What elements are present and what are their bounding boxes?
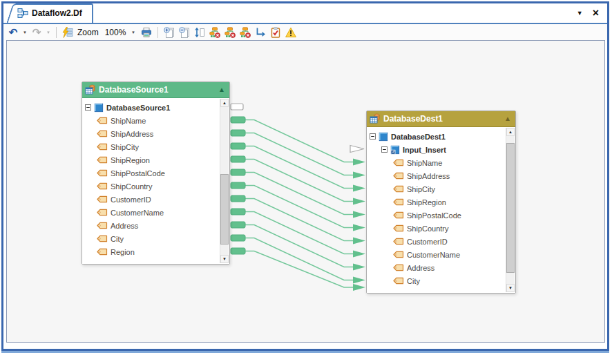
collapse-up-icon[interactable]: ▲ xyxy=(504,115,511,122)
scroll-down-icon[interactable]: ▼ xyxy=(220,255,229,263)
row-label: ShipPostalCode xyxy=(111,169,165,178)
dest-field-row[interactable]: ShipName xyxy=(367,156,515,169)
tab-list-dropdown-icon[interactable]: ▼ xyxy=(577,10,583,17)
row-label: ShipRegion xyxy=(111,156,150,164)
database-table-icon xyxy=(370,113,381,124)
field-tag-icon xyxy=(97,248,108,256)
node-header[interactable]: DatabaseSource1 ▲ xyxy=(82,82,229,98)
layout-tree-button-1[interactable] xyxy=(208,26,222,39)
dest-field-row[interactable]: CustomerID xyxy=(367,235,515,248)
zoom-value: 100% xyxy=(105,28,126,37)
field-tag-icon xyxy=(97,222,108,229)
dest-field-row[interactable]: ShipPostalCode xyxy=(367,209,515,222)
row-label: City xyxy=(407,277,420,285)
dest-field-row[interactable]: CustomerName xyxy=(367,248,515,261)
expander-minus-icon[interactable] xyxy=(85,104,91,111)
row-label: ShipCity xyxy=(111,143,139,151)
field-tag-icon xyxy=(393,224,404,232)
auto-layout-button[interactable] xyxy=(61,26,75,39)
row-label: ShipName xyxy=(111,117,146,125)
elbow-connector-button[interactable] xyxy=(254,26,267,39)
scroll-down-icon[interactable]: ▼ xyxy=(506,284,515,292)
field-tag-icon xyxy=(97,169,108,177)
source-field-row[interactable]: City xyxy=(82,232,229,245)
zoom-select[interactable]: 100%▼ xyxy=(103,27,139,38)
source-field-row[interactable]: Region xyxy=(82,245,229,258)
layout-tree-button-3[interactable] xyxy=(238,26,252,39)
source-field-row[interactable]: ShipCity xyxy=(82,140,229,153)
source-field-row[interactable]: ShipPostalCode xyxy=(82,166,229,180)
dest-field-row[interactable]: ShipAddress xyxy=(367,169,515,182)
dest-field-row[interactable]: ShipCity xyxy=(367,182,515,195)
collapse-up-icon[interactable]: ▲ xyxy=(218,86,225,93)
dropdown-caret-icon: ▼ xyxy=(46,30,52,35)
dest-field-row[interactable]: City xyxy=(367,274,515,287)
field-tag-icon xyxy=(393,251,404,258)
tab-dataflow2[interactable]: Dataflow2.Df xyxy=(12,3,93,23)
dest-field-row[interactable]: ShipRegion xyxy=(367,195,515,209)
tab-title: Dataflow2.Df xyxy=(32,8,82,18)
dest-field-row[interactable]: ShipCountry xyxy=(367,222,515,235)
toolbar-separator xyxy=(157,27,158,38)
node-title: DatabaseSource1 xyxy=(99,85,216,95)
dataflow-document-icon xyxy=(17,8,28,19)
tab-strip: Dataflow2.Df ▼ × xyxy=(3,3,607,24)
row-label: ShipCity xyxy=(407,185,435,193)
source-field-row[interactable]: CustomerID xyxy=(82,193,229,206)
source-root-row[interactable]: DatabaseSource1 xyxy=(82,101,229,114)
row-label: ShipAddress xyxy=(111,130,153,138)
redo-button-dropdown[interactable]: ▼ xyxy=(45,26,52,39)
undo-button-dropdown[interactable]: ▼ xyxy=(21,26,28,39)
layout-tree-button-2[interactable] xyxy=(223,26,237,39)
source-field-row[interactable]: ShipRegion xyxy=(82,153,229,166)
node-header[interactable]: DatabaseDest1 ▲ xyxy=(367,111,515,127)
fit-height-button[interactable] xyxy=(193,26,207,39)
row-label: CustomerName xyxy=(111,209,164,217)
source-field-row[interactable]: ShipAddress xyxy=(82,127,229,140)
row-label: Region xyxy=(111,248,135,256)
source-field-row[interactable]: Address xyxy=(82,219,229,232)
row-label: ShipCountry xyxy=(111,182,153,191)
scrollbar-thumb[interactable] xyxy=(506,143,515,273)
print-button[interactable] xyxy=(140,26,153,39)
dest-root-row[interactable]: DatabaseDest1 xyxy=(367,130,515,143)
validate-button[interactable] xyxy=(269,26,283,39)
field-tag-icon xyxy=(393,264,404,271)
zoom-in-button[interactable] xyxy=(162,26,176,39)
redo-button[interactable]: ↷ xyxy=(30,26,44,39)
field-tag-icon xyxy=(97,130,108,137)
zoom-out-button[interactable] xyxy=(178,26,191,39)
redo-button-icon: ↷ xyxy=(32,27,41,37)
component-icon xyxy=(94,103,104,113)
expander-minus-icon[interactable] xyxy=(370,133,376,140)
expander-minus-icon[interactable] xyxy=(381,146,388,153)
source-field-row[interactable]: ShipName xyxy=(82,114,229,127)
undo-button[interactable]: ↶ xyxy=(6,26,20,39)
scrollbar[interactable]: ▲ ▼ xyxy=(506,128,515,292)
field-tag-icon xyxy=(97,143,108,151)
field-tag-icon xyxy=(393,159,404,166)
field-tag-icon xyxy=(393,185,404,193)
warnings-button[interactable] xyxy=(284,26,298,39)
dest-field-row[interactable]: Address xyxy=(367,261,515,274)
toolbar: ↶▼↷▼Zoom100%▼ xyxy=(3,24,607,40)
dest-input-group-row[interactable]: Input_Insert xyxy=(367,143,515,156)
source-field-row[interactable]: CustomerName xyxy=(82,206,229,219)
zoom-label: Zoom xyxy=(77,28,99,37)
node-database-source1[interactable]: DatabaseSource1 ▲ DatabaseSource1ShipNam… xyxy=(82,82,230,265)
dropdown-caret-icon[interactable]: ▼ xyxy=(130,30,136,35)
close-icon[interactable]: × xyxy=(593,8,599,19)
row-label: Input_Insert xyxy=(403,146,446,154)
scroll-up-icon[interactable]: ▲ xyxy=(506,128,515,136)
source-field-row[interactable]: ShipCountry xyxy=(82,180,229,193)
field-tag-icon xyxy=(393,277,404,285)
field-tag-icon xyxy=(97,182,108,190)
scrollbar-thumb[interactable] xyxy=(220,174,229,245)
row-label: DatabaseSource1 xyxy=(106,104,170,112)
scrollbar[interactable]: ▲ ▼ xyxy=(220,99,229,263)
scroll-up-icon[interactable]: ▲ xyxy=(220,99,229,107)
field-tag-icon xyxy=(393,172,404,180)
node-title: DatabaseDest1 xyxy=(383,114,501,124)
node-database-dest1[interactable]: DatabaseDest1 ▲ DatabaseDest1Input_Inser… xyxy=(366,111,516,294)
row-label: Address xyxy=(407,264,434,272)
